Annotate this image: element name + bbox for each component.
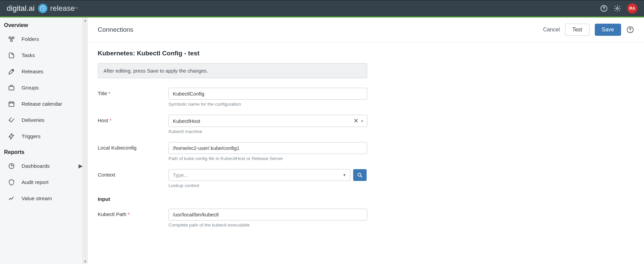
sidebar-item-label: Groups: [22, 85, 39, 91]
settings-icon[interactable]: [614, 5, 621, 12]
sidebar-item-label: Audit report: [22, 179, 49, 185]
sidebar-item-label: Tasks: [22, 52, 35, 58]
svg-rect-5: [12, 37, 14, 38]
scrollbar-down-icon[interactable]: ▼: [83, 259, 88, 264]
sidebar-section-overview: Overview: [0, 18, 87, 31]
svg-rect-6: [11, 40, 12, 42]
search-icon: [357, 172, 363, 178]
sidebar-item-triggers[interactable]: Triggers: [0, 128, 87, 144]
sidebar-item-label: Value stream: [22, 195, 52, 202]
sidebar-item-folders[interactable]: Folders: [0, 31, 87, 47]
svg-rect-4: [9, 37, 11, 38]
context-select[interactable]: Type... ▼: [168, 169, 350, 181]
kubectl-path-help: Complete path of the kubectl executable: [168, 222, 367, 228]
groups-icon: [8, 84, 15, 91]
clear-icon[interactable]: ✕: [354, 118, 359, 124]
input-section-title: Input: [98, 196, 448, 202]
calendar-icon: [8, 101, 15, 107]
dropdown-caret-icon[interactable]: ▼: [343, 173, 346, 177]
save-button[interactable]: Save: [595, 24, 621, 36]
sidebar-item-audit-report[interactable]: Audit report: [0, 174, 87, 190]
value-stream-icon: [8, 195, 15, 202]
sidebar-item-tasks[interactable]: Tasks: [0, 47, 87, 63]
host-value: KubectlHost: [173, 118, 200, 124]
tasks-icon: [8, 52, 15, 59]
page-title: Connections: [98, 26, 133, 33]
sidebar-item-releases[interactable]: Releases: [0, 63, 87, 80]
brand-name: digital.ai: [7, 4, 35, 13]
title-help: Symbolic name for the configuration: [168, 102, 367, 107]
local-kubeconfig-help: Path of kube config file in KubectlHost …: [168, 156, 367, 161]
brand: digital.ai release ™: [7, 4, 78, 13]
title-input[interactable]: [168, 88, 367, 100]
product-name: release: [50, 4, 75, 13]
trademark: ™: [75, 7, 78, 10]
label-local-kubeconfig: Local Kubeconfig: [98, 142, 168, 151]
help-icon[interactable]: [600, 5, 608, 12]
folders-icon: [8, 36, 15, 43]
releases-icon: [8, 68, 15, 75]
svg-point-11: [630, 31, 631, 32]
label-kubectl-path: Kubectl Path*: [98, 209, 168, 217]
label-title: Title*: [98, 88, 168, 96]
info-banner: After editing, press Save to apply the c…: [98, 63, 367, 78]
page-header: Connections Cancel Test Save: [88, 18, 644, 42]
svg-rect-8: [9, 102, 14, 106]
sidebar: Overview Folders Tasks Releases Groups R…: [0, 18, 88, 264]
triggers-icon: [8, 133, 15, 140]
release-logo-icon: [38, 4, 48, 13]
lookup-button[interactable]: [353, 169, 367, 181]
sidebar-scrollbar[interactable]: ▲ ▼: [83, 18, 87, 264]
config-title: Kubernetes: Kubectl Config - test: [98, 50, 448, 57]
sidebar-item-label: Dashboards: [22, 163, 50, 169]
sidebar-item-label: Triggers: [22, 133, 40, 139]
context-help: Lookup context: [168, 183, 367, 188]
context-placeholder: Type...: [173, 172, 188, 178]
audit-icon: [8, 179, 15, 186]
sidebar-item-label: Folders: [22, 36, 39, 42]
local-kubeconfig-input[interactable]: [168, 142, 367, 154]
sidebar-item-label: Release calendar: [22, 101, 62, 107]
kubectl-path-input[interactable]: [168, 209, 367, 220]
sidebar-item-label: Releases: [22, 69, 43, 75]
deliveries-icon: [8, 117, 15, 124]
sidebar-item-deliveries[interactable]: Deliveries: [0, 112, 87, 128]
sidebar-item-value-stream[interactable]: Value stream: [0, 190, 87, 207]
host-select[interactable]: KubectlHost ✕ ▾: [168, 115, 367, 127]
top-bar: digital.ai release ™ RA: [0, 0, 644, 18]
sidebar-item-label: Deliveries: [22, 117, 44, 123]
user-avatar[interactable]: RA: [627, 3, 637, 14]
sidebar-item-release-calendar[interactable]: Release calendar: [0, 96, 87, 112]
main-content: Connections Cancel Test Save Kubernetes:…: [88, 18, 644, 264]
chevron-right-icon: ▶: [79, 163, 83, 169]
cancel-button[interactable]: Cancel: [543, 27, 560, 33]
host-help: Kubectl machine: [168, 129, 367, 134]
test-button[interactable]: Test: [565, 24, 589, 36]
svg-point-3: [616, 7, 618, 9]
page-help-icon[interactable]: [626, 26, 634, 33]
svg-rect-7: [9, 86, 14, 90]
label-context: Context: [98, 169, 168, 178]
dropdown-caret-icon[interactable]: ▾: [361, 119, 363, 123]
scrollbar-up-icon[interactable]: ▲: [83, 18, 88, 23]
dashboards-icon: [8, 163, 15, 169]
sidebar-item-dashboards[interactable]: Dashboards ▶: [0, 158, 87, 174]
sidebar-section-reports: Reports: [0, 144, 87, 158]
svg-point-2: [604, 9, 604, 10]
label-host: Host*: [98, 115, 168, 123]
sidebar-item-groups[interactable]: Groups: [0, 80, 87, 96]
